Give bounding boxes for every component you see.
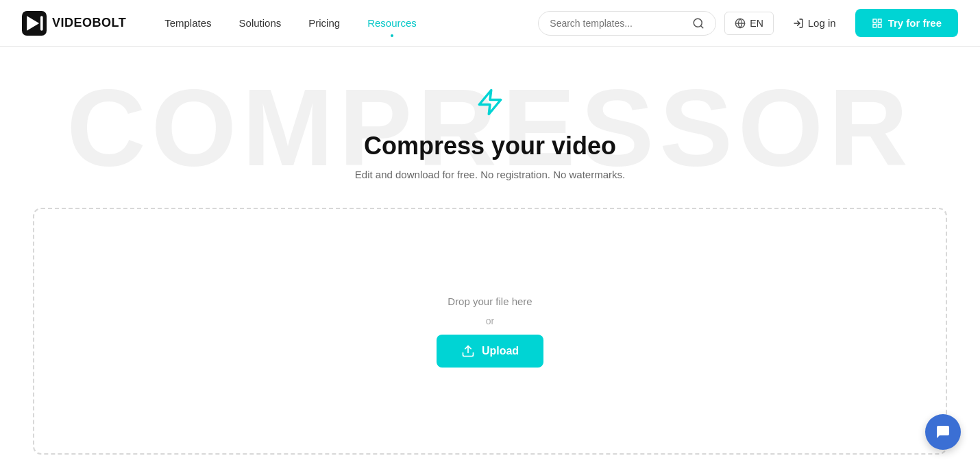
nav-solutions[interactable]: Solutions (228, 12, 293, 34)
globe-icon (735, 18, 746, 29)
hero-section: COMPRESSOR Compress your video Edit and … (0, 47, 980, 208)
svg-rect-2 (40, 16, 43, 31)
logo-text: VIDEOBOLT (52, 16, 126, 30)
chat-icon (935, 424, 951, 440)
svg-rect-9 (878, 19, 881, 23)
search-bar[interactable] (538, 11, 716, 36)
lang-label: EN (750, 18, 763, 29)
search-input[interactable] (550, 18, 687, 29)
login-button[interactable]: Log in (782, 12, 847, 34)
chat-bubble[interactable] (925, 414, 961, 450)
nav-resources[interactable]: Resources (356, 12, 428, 34)
drop-or: or (486, 315, 494, 326)
drop-text: Drop your file here (448, 296, 532, 307)
lightning-icon (14, 88, 966, 123)
svg-rect-8 (873, 19, 877, 23)
nav-links: Templates Solutions Pricing Resources (154, 12, 538, 34)
svg-rect-10 (878, 24, 881, 27)
nav-templates[interactable]: Templates (154, 12, 222, 34)
search-icon (692, 17, 705, 29)
drop-zone[interactable]: Drop your file here or Upload (33, 208, 947, 455)
upload-label: Upload (482, 345, 519, 357)
hero-subtitle: Edit and download for free. No registrat… (14, 169, 966, 180)
try-label: Try for free (888, 17, 942, 29)
logo-icon (22, 11, 47, 36)
navbar: VIDEOBOLT Templates Solutions Pricing Re… (0, 0, 980, 47)
upload-icon (461, 344, 475, 358)
svg-marker-12 (479, 91, 501, 115)
language-button[interactable]: EN (724, 12, 773, 35)
hero-content: Compress your video Edit and download fo… (14, 88, 966, 180)
navbar-right: EN Log in Try for free (538, 9, 958, 37)
svg-rect-11 (873, 24, 877, 27)
svg-line-4 (701, 25, 703, 27)
login-label: Log in (808, 17, 836, 29)
logo-link[interactable]: VIDEOBOLT (22, 11, 126, 36)
login-icon (793, 18, 804, 29)
try-icon (872, 18, 883, 29)
nav-pricing[interactable]: Pricing (297, 12, 351, 34)
upload-button[interactable]: Upload (437, 335, 543, 368)
try-for-free-button[interactable]: Try for free (855, 9, 958, 37)
hero-title: Compress your video (14, 132, 966, 160)
